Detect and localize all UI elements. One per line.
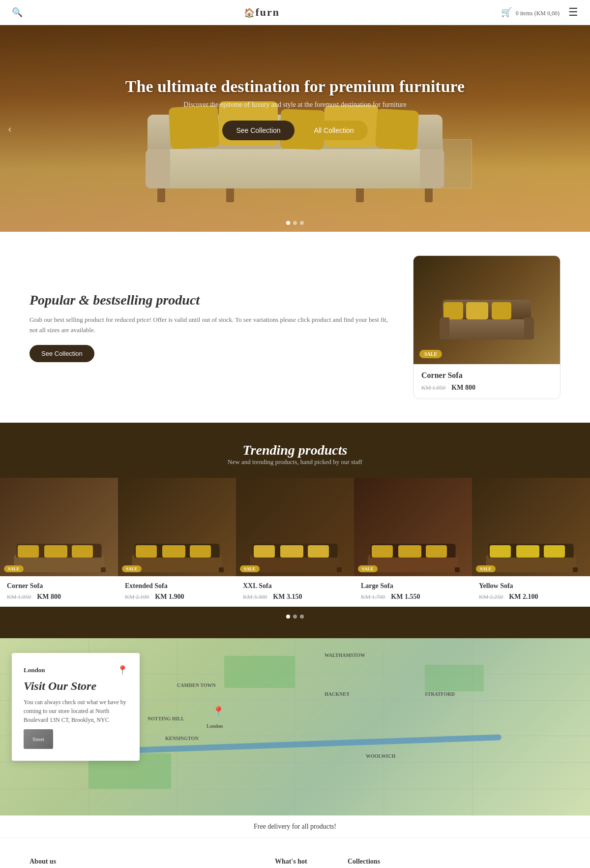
trending-subtitle: New and trending products, hand picked b… (0, 458, 590, 466)
popular-product-card[interactable]: SALE Corner Sofa KM 1.050 KM 800 (413, 255, 560, 399)
trending-product-card[interactable]: SALE Yellow Sofa KM 2.250 KM 2.100 (472, 478, 590, 607)
popular-section: Popular & bestselling product Grab our b… (0, 232, 590, 423)
map-label-london: London (206, 723, 223, 729)
popular-description: Grab our best selling product for reduce… (30, 315, 393, 336)
cart-icon[interactable]: 🛒 0 items (KM 0,00) (501, 7, 560, 18)
map-section: WALTHAMSTOW CAMDEN TOWN HACKNEY STRATFOR… (0, 638, 590, 815)
footer-about-col: About us furn theme is premade Shopify t… (30, 858, 245, 868)
dot-3[interactable] (300, 221, 304, 225)
popular-price-old: KM 1.050 (421, 384, 445, 391)
dot-1[interactable] (286, 221, 290, 225)
header-right: 🛒 0 items (KM 0,00) ☰ (501, 6, 578, 19)
cart-count: 0 items (KM 0,00) (516, 10, 560, 17)
map-description: You can always check out what we have by… (24, 698, 128, 724)
trending-heading: Trending products (0, 442, 590, 458)
hero-section: The ultimate destination for premium fur… (0, 25, 590, 232)
hero-dots (286, 221, 304, 225)
popular-heading: Popular & bestselling product (30, 292, 393, 308)
map-label-walthamstow: WALTHAMSTOW (324, 652, 365, 658)
map-label-camden: CAMDEN TOWN (177, 682, 216, 688)
trending-product-card[interactable]: SALE Corner Sofa KM 1.050 KM 800 (0, 478, 118, 607)
free-delivery-text: Free delivery for all products! (254, 823, 336, 830)
sale-badge: SALE (419, 350, 442, 358)
map-label-stratford: STRATFORD (425, 691, 455, 697)
dot-2[interactable] (293, 221, 297, 225)
hero-subtitle: Discover the epitome of luxury and style… (125, 101, 465, 109)
map-street-view-thumbnail[interactable]: Street (24, 729, 53, 749)
hero-nav-prev[interactable]: ‹ (8, 122, 12, 135)
footer: About us furn theme is premade Shopify t… (0, 837, 590, 868)
map-label-notting-hill: NOTTING HILL (148, 716, 184, 721)
trending-dot-2[interactable] (293, 615, 297, 619)
map-label-woolwich: WOOLWICH (366, 753, 395, 759)
trending-products-list: SALE Corner Sofa KM 1.050 KM 800 (0, 478, 590, 607)
map-pin-icon: 📍 (117, 665, 128, 676)
map-heading: Visit Our Store (24, 680, 128, 693)
hero-title: The ultimate destination for premium fur… (125, 77, 465, 96)
map-label-kensington: KENSINGTON (165, 736, 199, 741)
trending-header: Trending products New and trending produ… (0, 442, 590, 466)
popular-card-info: Corner Sofa KM 1.050 KM 800 (413, 364, 560, 399)
trending-dots (0, 615, 590, 619)
map-pin: 📍 (212, 706, 225, 717)
popular-price-new: KM 800 (451, 384, 475, 391)
footer-collections-col: Collections Large SofasLeather SofasNew … (348, 858, 383, 868)
footer-whats-hot-col: What's hot Corner SofaCozy Puffy SofaRou… (275, 858, 318, 868)
hamburger-icon[interactable]: ☰ (568, 6, 578, 19)
trending-product-card[interactable]: SALE Extended Sofa KM 2.100 KM 1.900 (118, 478, 236, 607)
popular-card-pricing: KM 1.050 KM 800 (421, 383, 552, 392)
map-label-hackney: HACKNEY (324, 691, 350, 697)
trending-product-card[interactable]: SALE XXL Sofa KM 3.300 KM 3.150 (236, 478, 354, 607)
trending-dot-1[interactable] (286, 615, 290, 619)
search-icon[interactable]: 🔍 (12, 7, 23, 18)
footer-about-heading: About us (30, 858, 245, 866)
trending-dot-3[interactable] (300, 615, 304, 619)
all-collection-button[interactable]: All Collection (300, 121, 368, 140)
see-collection-button[interactable]: See Collection (222, 121, 294, 140)
map-city-label: London (24, 666, 45, 674)
footer-grid: About us furn theme is premade Shopify t… (30, 858, 560, 868)
hero-content: The ultimate destination for premium fur… (116, 67, 474, 150)
map-store-card: London 📍 Visit Our Store You can always … (12, 653, 140, 761)
footer-collections-heading: Collections (348, 858, 383, 866)
free-delivery-banner: Free delivery for all products! (0, 815, 590, 837)
header-logo: 🏠furn (244, 6, 280, 19)
popular-card-image: SALE (413, 256, 560, 364)
hero-buttons: See Collection All Collection (125, 121, 465, 140)
popular-card-name: Corner Sofa (421, 371, 552, 380)
footer-whats-hot-heading: What's hot (275, 858, 318, 866)
trending-product-card[interactable]: SALE Large Sofa KM 1.700 KM 1.550 (354, 478, 472, 607)
header: 🔍 🏠furn 🛒 0 items (KM 0,00) ☰ (0, 0, 590, 25)
trending-section: Trending products New and trending produ… (0, 423, 590, 638)
popular-see-collection-button[interactable]: See Collection (30, 345, 94, 362)
popular-text: Popular & bestselling product Grab our b… (30, 292, 393, 363)
